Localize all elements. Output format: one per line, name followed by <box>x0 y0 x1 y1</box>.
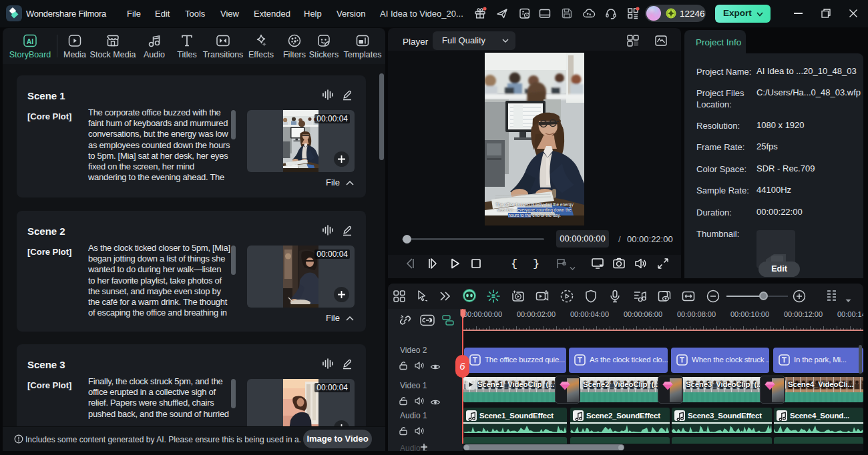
svg-text:AI: AI <box>27 37 34 45</box>
